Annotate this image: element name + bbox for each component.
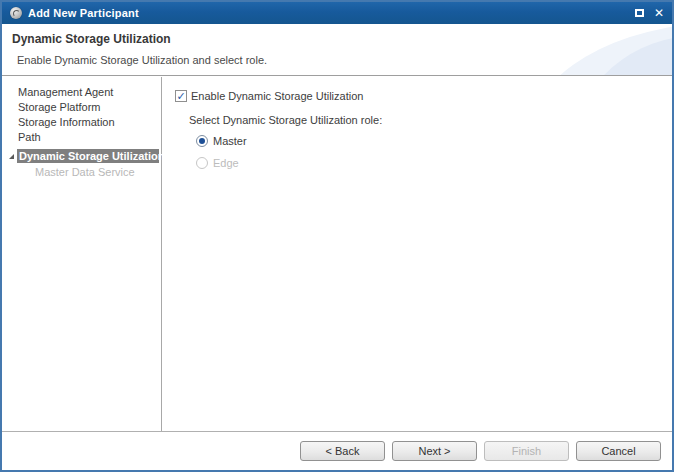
next-button[interactable]: Next > <box>392 441 477 461</box>
tree-expanded-icon[interactable] <box>9 154 14 159</box>
sidebar-item-storage-information[interactable]: Storage Information <box>2 115 161 130</box>
sidebar-item-master-data-service: Master Data Service <box>2 165 161 180</box>
radio-row-edge: Edge <box>196 157 672 169</box>
wizard-footer: < Back Next > Finish Cancel <box>2 431 672 470</box>
close-icon[interactable]: ✕ <box>654 8 664 18</box>
sidebar-item-management-agent[interactable]: Management Agent <box>2 85 161 100</box>
step-content: ✓ Enable Dynamic Storage Utilization Sel… <box>162 77 672 431</box>
wizard-steps-sidebar: Management Agent Storage Platform Storag… <box>2 77 162 431</box>
enable-dsu-checkbox-label[interactable]: Enable Dynamic Storage Utilization <box>191 90 363 102</box>
master-radio-label[interactable]: Master <box>213 135 247 147</box>
page-title: Dynamic Storage Utilization <box>12 32 171 46</box>
maximize-icon[interactable] <box>635 9 644 17</box>
sidebar-item-storage-platform[interactable]: Storage Platform <box>2 100 161 115</box>
role-prompt-label: Select Dynamic Storage Utilization role: <box>189 114 672 126</box>
finish-button: Finish <box>484 441 569 461</box>
checkmark-icon: ✓ <box>176 91 185 101</box>
sidebar-item-path[interactable]: Path <box>2 130 161 145</box>
cancel-button[interactable]: Cancel <box>576 441 661 461</box>
sidebar-item-label: Dynamic Storage Utilization <box>19 150 164 162</box>
radio-selected-dot <box>199 138 205 144</box>
radio-row-master: Master <box>196 135 672 147</box>
titlebar[interactable]: Add New Participant ✕ <box>2 2 672 24</box>
master-radio[interactable] <box>196 135 208 147</box>
enable-dsu-row: ✓ Enable Dynamic Storage Utilization <box>175 90 672 102</box>
page-subtitle: Enable Dynamic Storage Utilization and s… <box>17 54 267 66</box>
sidebar-item-dynamic-storage-utilization[interactable]: Dynamic Storage Utilization <box>17 149 159 163</box>
wizard-header: Dynamic Storage Utilization Enable Dynam… <box>2 24 672 76</box>
app-icon <box>10 7 22 19</box>
wizard-body: Management Agent Storage Platform Storag… <box>2 77 672 431</box>
edge-radio <box>196 157 208 169</box>
back-button[interactable]: < Back <box>300 441 385 461</box>
add-new-participant-dialog: Add New Participant ✕ Dynamic Storage Ut… <box>0 0 674 472</box>
window-title: Add New Participant <box>28 7 139 19</box>
edge-radio-label: Edge <box>213 157 239 169</box>
enable-dsu-checkbox[interactable]: ✓ <box>175 90 187 102</box>
